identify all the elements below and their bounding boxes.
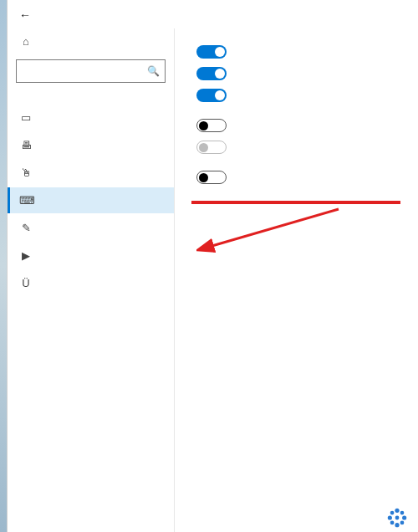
bluetooth-icon: ▭ [19,111,33,124]
home-icon: ⌂ [19,35,33,48]
toggle-row [196,45,401,59]
toggle-add-space[interactable] [196,67,227,80]
desktop-strip [0,0,7,532]
svg-line-0 [209,209,339,247]
sidebar-item-pen[interactable]: ✎ [8,215,174,241]
pen-icon: ✎ [19,222,33,234]
toggle-row [196,141,401,154]
sidebar-home[interactable]: ⌂ [8,28,174,54]
content-pane[interactable] [175,28,418,532]
window-body: ⌂ 🔍 ▭ 🖶 🖱 ⌨ [8,28,418,532]
search-icon: 🔍 [147,65,160,77]
toggle-show-suggestions[interactable] [196,45,227,59]
toggle-row [196,171,401,184]
annotation-highlight-box [191,201,400,204]
window-header: ← [8,0,418,28]
sidebar-item-mouse[interactable]: 🖱 [8,160,174,186]
annotation-arrow [196,201,347,259]
toggle-hw-autocorrect [196,141,227,154]
toggle-row [196,119,401,132]
toggle-add-period[interactable] [196,89,227,102]
usb-icon: Ü [19,277,33,289]
search-wrap: 🔍 [8,56,174,91]
back-icon[interactable]: ← [19,8,31,22]
search-input[interactable]: 🔍 [16,59,166,83]
sidebar: ⌂ 🔍 ▭ 🖶 🖱 ⌨ [8,28,175,532]
sidebar-item-autoplay[interactable]: ▶ [8,243,174,269]
autoplay-icon: ▶ [19,249,33,262]
mouse-icon: 🖱 [19,166,33,179]
sidebar-item-typing[interactable]: ⌨ [8,187,174,213]
sidebar-item-usb[interactable]: Ü [8,270,174,296]
toggle-multilang[interactable] [196,171,227,184]
printer-icon: 🖶 [19,139,33,151]
toggle-hw-suggestions[interactable] [196,119,227,132]
keyboard-icon: ⌨ [19,194,33,207]
sidebar-item-printers[interactable]: 🖶 [8,132,174,158]
sidebar-section-label [8,93,174,103]
toggle-row [196,67,401,80]
toggle-row [196,89,401,102]
sidebar-item-bluetooth[interactable]: ▭ [8,105,174,130]
settings-window: ← ⌂ 🔍 ▭ 🖶 � [7,0,418,532]
